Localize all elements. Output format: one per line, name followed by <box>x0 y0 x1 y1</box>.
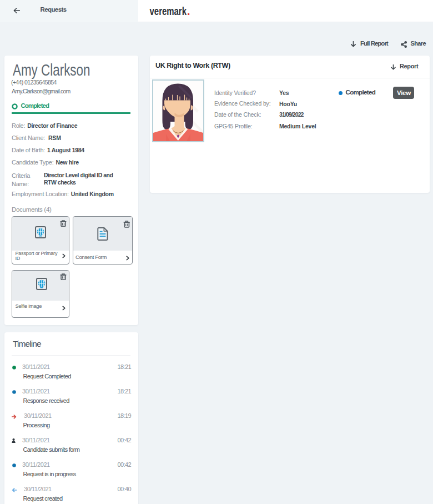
svg-text:veremark: veremark <box>150 5 187 17</box>
svg-text:.: . <box>187 5 190 17</box>
svg-text:Amy Clarkson: Amy Clarkson <box>13 61 90 79</box>
